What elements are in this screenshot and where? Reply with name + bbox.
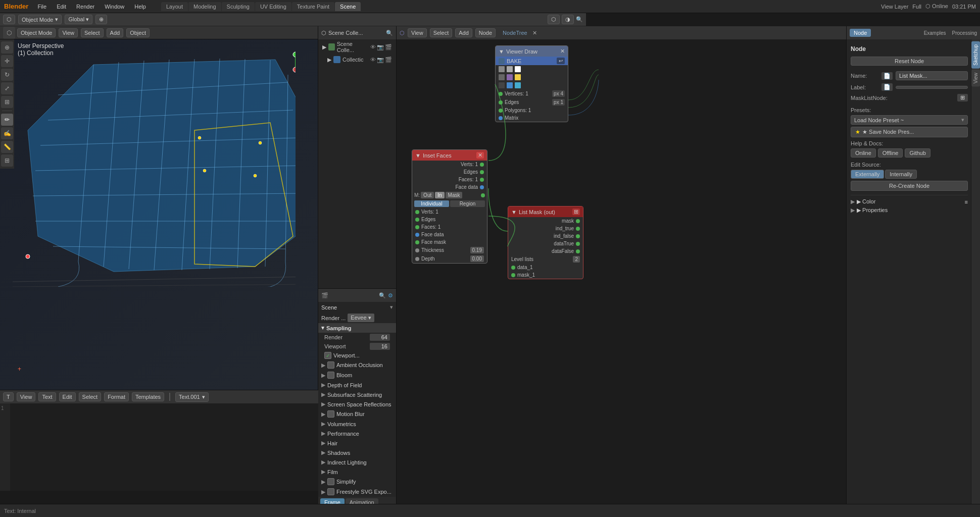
menu-file[interactable]: File	[33, 3, 51, 11]
listmask-close[interactable]: ⊞	[572, 209, 580, 215]
viewer-draw-collapse[interactable]: ▼	[499, 48, 504, 55]
indirect-lighting-row[interactable]: ▶ Indirect Lighting	[318, 457, 396, 467]
ao-checkbox[interactable]	[327, 361, 334, 369]
motion-blur-row[interactable]: ▶ Motion Blur	[318, 409, 396, 419]
simplify-row[interactable]: ▶ Simplify	[318, 477, 396, 487]
scene-chevron[interactable]: ▾	[390, 304, 393, 311]
scene-props-icon[interactable]: ⚙	[388, 292, 393, 299]
menu-edit[interactable]: Edit	[53, 3, 70, 11]
ssr-row[interactable]: ▶ Screen Space Reflections	[318, 399, 396, 409]
recreate-node-button[interactable]: Re-Create Node	[851, 181, 968, 191]
viewport-samples-value[interactable]: 16	[370, 343, 390, 350]
tool-cursor[interactable]: ⊕	[1, 41, 13, 54]
fs-checkbox[interactable]	[327, 488, 334, 495]
tool-scale[interactable]: ⤢	[1, 82, 13, 94]
text-content[interactable]	[10, 403, 318, 491]
hair-row[interactable]: ▶ Hair	[318, 438, 396, 448]
add-btn[interactable]: Add	[107, 28, 124, 37]
text-edit-btn[interactable]: Edit	[59, 392, 76, 401]
menu-window[interactable]: Window	[101, 3, 128, 11]
name-value[interactable]: List Mask...	[896, 71, 968, 80]
mask-btn[interactable]: Mask	[446, 192, 463, 198]
node-canvas[interactable]: ▼ Viewer Draw ✕ BAKE ↩	[397, 39, 846, 504]
text-file-selector[interactable]: Text.001 ▾	[175, 392, 209, 402]
individual-btn[interactable]: Individual	[414, 200, 449, 207]
performance-row[interactable]: ▶ Performance	[318, 429, 396, 438]
search-icon[interactable]: 🔍	[576, 16, 583, 23]
tool-select[interactable]: ⬡	[3, 27, 15, 39]
outliner-scene-item[interactable]: ▶ Scene Colle... 👁 📷 🎬	[318, 39, 396, 55]
bloom-row[interactable]: ▶ Bloom	[318, 370, 396, 380]
overlay-btn[interactable]: ⬡	[548, 15, 560, 24]
color-section-header[interactable]: ▶ ▶ Color ≡	[851, 198, 968, 205]
render-icon[interactable]: 🎬	[385, 44, 392, 50]
eye-icon[interactable]: 👁	[370, 44, 376, 50]
level-lists-value[interactable]: 2	[573, 256, 580, 263]
reset-node-button[interactable]: Reset Node	[851, 57, 968, 66]
tool-draw[interactable]: ✏	[1, 114, 13, 126]
text-view-btn[interactable]: View	[17, 392, 36, 401]
bake-btn[interactable]: ↩	[557, 58, 565, 64]
thickness-value[interactable]: 0.19	[470, 247, 484, 253]
viewer-draw-node[interactable]: ▼ Viewer Draw ✕ BAKE ↩	[495, 45, 568, 122]
vtab-sketchup[interactable]: Sketchup	[971, 41, 980, 69]
outliner-collection-item[interactable]: ▶ Collectic 👁 📷 🎬	[318, 55, 396, 65]
view-btn[interactable]: View	[59, 28, 78, 37]
internally-btn[interactable]: Internally	[885, 170, 917, 179]
node-tab[interactable]: Node	[850, 29, 871, 37]
select-btn[interactable]: Select	[81, 28, 104, 37]
viewport-icon-dropdown[interactable]: ⬡	[3, 15, 15, 24]
text-templates-btn[interactable]: Templates	[132, 392, 164, 401]
sampling-title[interactable]: ▾ Sampling	[318, 323, 396, 333]
collection-render-icon[interactable]: 🎬	[385, 57, 392, 63]
tab-scene[interactable]: Scene	[335, 2, 361, 11]
transform-btn[interactable]: ⊕	[95, 15, 107, 24]
sss-row[interactable]: ▶ Subsurface Scattering	[318, 390, 396, 399]
tool-measure[interactable]: 📏	[1, 141, 13, 153]
online-help-btn[interactable]: Online	[851, 148, 876, 158]
mode-selector[interactable]: Object Mode	[17, 28, 56, 37]
node-select-btn[interactable]: Select	[430, 28, 453, 37]
tool-add[interactable]: ⊞	[1, 154, 13, 167]
animation-tab[interactable]: Animation	[346, 498, 378, 504]
dof-row[interactable]: ▶ Depth of Field	[318, 380, 396, 390]
externally-btn[interactable]: Externally	[851, 170, 884, 179]
processing-btn[interactable]: Processing	[952, 30, 977, 36]
github-help-btn[interactable]: Github	[905, 148, 930, 158]
color-list-icon[interactable]: ≡	[965, 199, 968, 205]
inset-faces-node[interactable]: ▼ Inset Faces ✕ Verts: 1 Edges Faces: 1	[412, 149, 487, 264]
camera-icon[interactable]: 📷	[377, 44, 384, 50]
freestyle-row[interactable]: ▶ Freestyle SVG Expo...	[318, 487, 396, 497]
text-select-btn[interactable]: Select	[79, 392, 102, 401]
shading-btn[interactable]: ◑	[562, 15, 574, 24]
bloom-checkbox[interactable]	[327, 372, 334, 379]
frame-tab[interactable]: Frame	[320, 498, 345, 504]
render-samples-value[interactable]: 64	[370, 334, 390, 341]
tab-sculpting[interactable]: Sculpting	[222, 2, 255, 11]
props-section-header[interactable]: ▶ ▶ Properties	[851, 207, 968, 214]
inset-collapse[interactable]: ▼	[415, 152, 421, 159]
mb-checkbox[interactable]	[327, 410, 334, 418]
tab-layout[interactable]: Layout	[161, 2, 188, 11]
menu-help[interactable]: Help	[130, 3, 150, 11]
vtab-view2[interactable]: View	[971, 70, 980, 87]
masklistnode-btn[interactable]: ⊞	[957, 94, 968, 101]
tab-modeling[interactable]: Modeling	[188, 2, 221, 11]
tool-move[interactable]: ✛	[1, 55, 13, 67]
volumetrics-row[interactable]: ▶ Volumetrics	[318, 419, 396, 429]
render-engine-select[interactable]: Eevee ▾	[348, 314, 374, 322]
region-btn[interactable]: Region	[450, 200, 485, 207]
global-btn[interactable]: Global ▾	[65, 15, 92, 24]
tab-uv-editing[interactable]: UV Editing	[255, 2, 291, 11]
offline-help-btn[interactable]: Offline	[878, 148, 903, 158]
node-node-btn[interactable]: Node	[475, 28, 496, 37]
depth-value[interactable]: 0.00	[470, 255, 484, 262]
text-text-btn[interactable]: Text	[38, 392, 56, 401]
tab-texture-paint[interactable]: Texture Paint	[292, 2, 334, 11]
ambient-occlusion-row[interactable]: ▶ Ambient Occlusion	[318, 360, 396, 370]
inset-close[interactable]: ✕	[476, 152, 484, 159]
viewport-checkbox[interactable]	[324, 352, 331, 359]
in-btn[interactable]: In	[435, 192, 444, 198]
collection-camera-icon[interactable]: 📷	[377, 57, 384, 63]
object-mode-dropdown[interactable]: Object Mode ▾	[18, 15, 62, 24]
